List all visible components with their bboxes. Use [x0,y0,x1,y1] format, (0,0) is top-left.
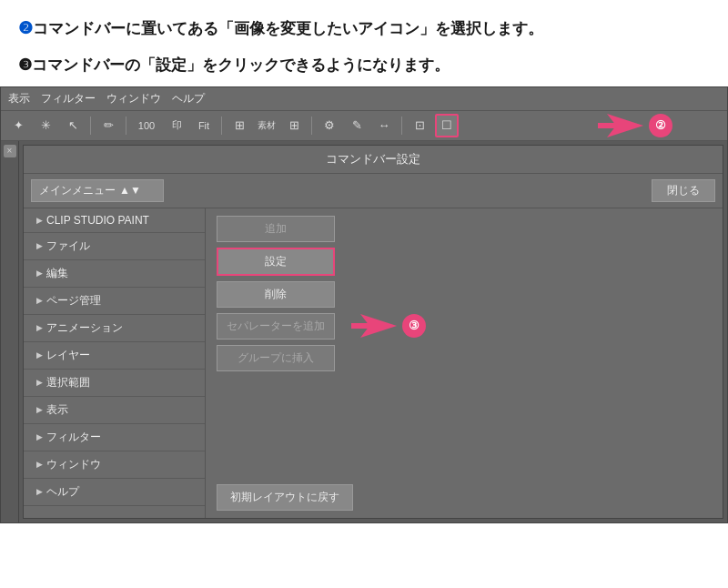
app-window: 表示 フィルター ウィンドウ ヘルプ ✦ ✳ ↖ ✏ 100 印 Fit ⊞ 素… [0,86,728,523]
triangle-icon: ▶ [36,323,43,332]
menu-item-label: ヘルプ [46,484,79,500]
menu-item-file[interactable]: ▶ ファイル [24,233,205,260]
action-buttons-panel: 追加 設定 削除 セパレーターを追加 グループに挿入 初期レイアウトに戻す [206,208,723,518]
menu-list: ▶ CLIP STUDIO PAINT ▶ ファイル ▶ 編集 ▶ ページ管理 [24,208,206,518]
annotation-arrow-3: ③ [351,312,426,340]
svg-rect-1 [598,123,618,128]
toolbar-sep-5 [401,117,402,135]
settings-button[interactable]: 設定 [217,248,335,276]
triangle-icon: ▶ [36,269,43,278]
triangle-icon: ▶ [36,405,43,414]
menu-item-selection[interactable]: ▶ 選択範囲 [24,370,205,397]
menu-item-filter[interactable]: フィルター [41,91,96,106]
add-button[interactable]: 追加 [217,216,335,242]
toolbar-sep-2 [126,117,126,135]
toolbar-sep-1 [90,117,91,135]
triangle-icon: ▶ [36,460,43,469]
delete-button[interactable]: 削除 [217,281,335,308]
instruction-step2: ❷コマンドバーに置いてある「画像を変更したいアイコン」を選択します。 [18,16,710,41]
dropdown-arrows: ▲▼ [119,184,141,197]
menu-item-help[interactable]: ヘルプ [172,91,205,106]
toolbar-icon-grid[interactable]: ⊞ [228,114,251,137]
menu-item-view[interactable]: ▶ 表示 [24,397,205,424]
svg-rect-3 [351,323,371,329]
menu-item-label: アニメーション [46,320,123,336]
menu-item-label: ファイル [46,238,90,254]
toolbar-sep-4 [311,117,312,135]
menu-item-label: 表示 [46,402,68,418]
dialog-body: ▶ CLIP STUDIO PAINT ▶ ファイル ▶ 編集 ▶ ページ管理 [24,208,723,518]
toolbar-icon-fit[interactable]: Fit [192,114,216,137]
menu-item-label: ページ管理 [46,293,101,309]
menu-item-label: 選択範囲 [46,375,90,390]
toolbar-icon-grid2[interactable]: ⊞ [282,114,306,137]
menu-item-clip-studio[interactable]: ▶ CLIP STUDIO PAINT [24,208,205,233]
triangle-icon: ▶ [36,296,43,305]
triangle-icon: ▶ [36,378,43,387]
step2-text: コマンドバーに置いてある「画像を変更したいアイコン」を選択します。 [33,20,543,37]
triangle-icon: ▶ [36,487,43,496]
toolbar-icon-gear[interactable]: ⚙ [318,114,341,137]
toolbar-sep-3 [221,117,222,135]
menu-bar: 表示 フィルター ウィンドウ ヘルプ [1,87,727,111]
add-separator-button[interactable]: セパレーターを追加 [217,313,335,340]
toolbar-icon-box[interactable]: ⊡ [408,114,431,137]
dialog-toolbar-row: メインメニュー ▲▼ 閉じる [24,174,723,208]
triangle-icon: ▶ [36,241,43,250]
menu-item-layer[interactable]: ▶ レイヤー [24,342,205,370]
menu-item-label: レイヤー [46,348,90,363]
menu-item-label: CLIP STUDIO PAINT [46,214,149,227]
instruction-area: ❷コマンドバーに置いてある「画像を変更したいアイコン」を選択します。 ❸コマンド… [0,0,728,86]
triangle-icon: ▶ [36,216,43,225]
insert-group-button[interactable]: グループに挿入 [217,345,335,371]
spacer [217,377,712,473]
dialog-title: コマンドバー設定 [24,146,723,174]
dropdown-label: メインメニュー [39,183,116,198]
step2-number: ❷ [18,19,33,37]
toolbar-icon-material[interactable]: 素材 [255,114,278,137]
reset-layout-button[interactable]: 初期レイアウトに戻す [217,484,353,511]
annotation-arrow-2: ② [598,112,672,139]
menu-item-window[interactable]: ウィンドウ [106,91,161,106]
toolbar-icon-settings-highlighted[interactable]: ☐ [435,114,459,137]
close-button[interactable]: 閉じる [652,179,715,202]
toolbar-icon-pen[interactable]: ✏ [96,114,120,137]
panel-close-btn[interactable]: × [4,145,16,157]
toolbar-icon-pencil[interactable]: ✎ [345,114,369,137]
dialog-box: コマンドバー設定 メインメニュー ▲▼ 閉じる ▶ CLIP STUDIO PA… [23,145,723,519]
menu-item-animation[interactable]: ▶ アニメーション [24,315,205,342]
menu-item-label: フィルター [46,430,101,445]
arrow2-svg [598,112,643,139]
menu-item-label: ウィンドウ [46,457,101,472]
menu-item-page[interactable]: ▶ ページ管理 [24,288,205,315]
menu-item-window[interactable]: ▶ ウィンドウ [24,451,205,479]
toolbar-icon-select[interactable]: ↖ [61,114,85,137]
left-panel: × [1,141,19,522]
toolbar-icon-100[interactable]: 100 [132,114,161,137]
triangle-icon: ▶ [36,350,43,360]
toolbar-icon-print[interactable]: 印 [165,114,188,137]
menu-item-label: 編集 [46,266,68,281]
toolbar-icon-star[interactable]: ✳ [34,114,57,137]
triangle-icon: ▶ [36,432,43,441]
toolbar-icon-paint[interactable]: ✦ [6,114,30,137]
step3-text: コマンドバーの「設定」をクリックできるようになります。 [32,56,450,74]
instruction-step3: ❸コマンドバーの「設定」をクリックできるようになります。 [18,54,710,77]
annotation-circle-2: ② [649,114,672,137]
toolbar: ✦ ✳ ↖ ✏ 100 印 Fit ⊞ 素材 ⊞ ⚙ ✎ ↔ ⊡ ☐ ② [1,111,727,141]
menu-item-edit[interactable]: ▶ 編集 [24,260,205,288]
menu-item-help[interactable]: ▶ ヘルプ [24,479,205,506]
menu-dropdown[interactable]: メインメニュー ▲▼ [31,179,164,202]
arrow3-svg [351,312,397,340]
dialog-container: × コマンドバー設定 メインメニュー ▲▼ 閉じる ▶ CLIP ST [1,141,727,522]
annotation-circle-3: ③ [402,314,426,338]
menu-item-display[interactable]: 表示 [8,91,30,106]
toolbar-icon-resize[interactable]: ↔ [372,114,396,137]
menu-item-filter[interactable]: ▶ フィルター [24,424,205,451]
step3-number: ❸ [18,56,32,74]
